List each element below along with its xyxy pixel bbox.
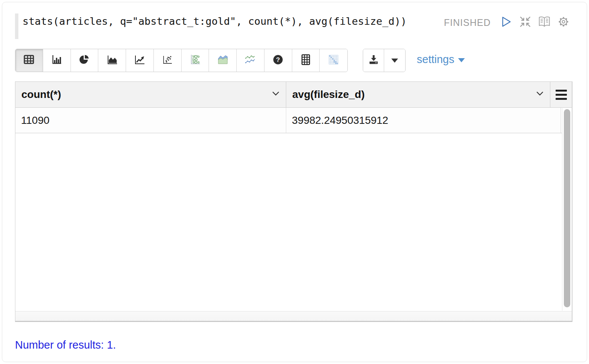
area-chart-icon (107, 54, 118, 67)
download-button[interactable] (363, 49, 384, 72)
table-menu-button[interactable] (550, 82, 572, 107)
collapse-button[interactable] (518, 16, 532, 29)
results-count-text: Number of results: 1. (15, 339, 116, 351)
play-icon (500, 15, 512, 30)
chart-type-multi-line-button[interactable] (237, 49, 264, 72)
scatter-chart-icon (162, 54, 173, 67)
code-editor[interactable]: stats(articles, q="abstract_t:gold", cou… (15, 14, 407, 39)
column-header-count[interactable]: count(*) (15, 82, 286, 107)
grid-table-icon (300, 54, 311, 67)
download-icon (367, 53, 380, 68)
chart-type-heatmap-button[interactable] (320, 49, 347, 72)
caret-down-icon (391, 59, 398, 63)
chart-type-table-button[interactable] (15, 49, 43, 72)
chart-type-bubble-button[interactable] (182, 49, 209, 72)
heatmap-icon (328, 54, 340, 67)
paragraph-status-bar: FINISHED (444, 16, 570, 29)
chart-type-stacked-area-button[interactable] (209, 49, 237, 72)
download-options-button[interactable] (384, 49, 405, 72)
cell-count: 11090 (15, 108, 286, 133)
chart-type-help-button[interactable]: ? (264, 49, 292, 72)
settings-toggle[interactable]: settings (417, 53, 465, 66)
line-chart-icon (134, 54, 145, 67)
result-table: count(*) avg(filesize_d) 11090 39982.249… (15, 81, 572, 322)
query-code[interactable]: stats(articles, q="abstract_t:gold", cou… (23, 14, 407, 29)
download-split-button (363, 49, 406, 72)
table-empty-area (15, 133, 572, 311)
run-button[interactable] (499, 16, 513, 29)
caret-down-icon (458, 58, 465, 62)
chart-type-line-button[interactable] (126, 49, 154, 72)
table-row: 11090 39982.24950315912 (15, 108, 572, 133)
collapse-icon (519, 15, 532, 30)
visualization-toolbar: ? settings (15, 49, 465, 72)
stacked-area-chart-icon (216, 53, 229, 68)
column-label: avg(filesize_d) (292, 89, 536, 101)
multi-line-chart-icon (244, 53, 257, 68)
vertical-scrollbar-thumb[interactable] (564, 109, 570, 307)
hamburger-icon (556, 89, 567, 101)
bubble-chart-icon (189, 53, 201, 68)
chart-type-area-button[interactable] (98, 49, 126, 72)
cell-avg-filesize: 39982.24950315912 (286, 108, 561, 133)
pie-chart-icon (79, 54, 90, 67)
help-icon: ? (272, 54, 284, 67)
table-header-row: count(*) avg(filesize_d) (15, 82, 572, 108)
editor-gutter-bar (15, 14, 18, 39)
gear-icon (557, 15, 570, 30)
chevron-down-icon[interactable] (536, 91, 544, 98)
bar-chart-icon (51, 54, 62, 67)
column-header-avg-filesize[interactable]: avg(filesize_d) (286, 82, 550, 107)
chart-type-scatter-button[interactable] (154, 49, 182, 72)
paragraph-settings-button[interactable] (557, 16, 570, 29)
column-label: count(*) (21, 89, 272, 101)
show-editor-button[interactable] (538, 16, 551, 29)
horizontal-scrollbar[interactable] (15, 311, 572, 321)
chart-type-bar-button[interactable] (43, 49, 71, 72)
chevron-down-icon[interactable] (272, 91, 280, 98)
book-icon (538, 15, 551, 30)
vertical-scrollbar-track (562, 108, 572, 311)
chart-type-group: ? (15, 49, 348, 72)
settings-label: settings (417, 53, 454, 66)
chart-type-pie-button[interactable] (71, 49, 99, 72)
status-label: FINISHED (444, 17, 491, 28)
table-icon (23, 54, 35, 67)
svg-text:?: ? (276, 56, 280, 63)
chart-type-grid-button[interactable] (292, 49, 320, 72)
